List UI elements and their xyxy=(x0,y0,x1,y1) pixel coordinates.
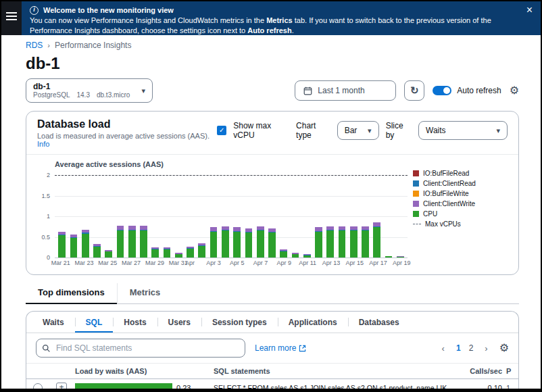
calendar-icon xyxy=(303,87,312,95)
chart-bar xyxy=(105,250,112,258)
color-swatch xyxy=(413,180,419,187)
chart-bar-slot[interactable] xyxy=(371,170,383,258)
legend-item: Client:ClientWrite xyxy=(413,200,508,207)
chart-bar-slot[interactable] xyxy=(383,170,394,258)
dimension-tab-users[interactable]: Users xyxy=(157,312,201,333)
auto-refresh-toggle[interactable] xyxy=(433,86,451,95)
breadcrumb-rds-link[interactable]: RDS xyxy=(26,41,43,50)
legend-item: Max vCPUs xyxy=(413,220,508,228)
chart-bar-slot[interactable] xyxy=(80,170,91,258)
dimension-tab-databases[interactable]: Databases xyxy=(348,312,410,333)
chart-bar-slot[interactable] xyxy=(91,170,103,258)
pagination-prev-icon[interactable]: ‹ xyxy=(439,342,448,355)
page-title: db-1 xyxy=(26,54,519,73)
chart-bar-slot[interactable] xyxy=(196,170,207,258)
tab-metrics[interactable]: Metrics xyxy=(117,283,173,303)
chart-bar-slot[interactable] xyxy=(184,170,196,258)
bar-segment xyxy=(245,232,253,258)
banner-description: You can now view Performance Insights an… xyxy=(30,16,514,35)
chart-bar-slot[interactable] xyxy=(126,170,138,258)
close-icon[interactable]: × xyxy=(526,5,533,16)
chart-bar xyxy=(151,247,159,258)
dimension-tab-hosts[interactable]: Hosts xyxy=(113,312,157,333)
chart-bar-slot[interactable] xyxy=(56,170,68,258)
chart-legend: IO:BufFileReadClient:ClientReadIO:BufFil… xyxy=(408,160,508,269)
tab-top-dimensions[interactable]: Top dimensions xyxy=(26,283,117,304)
chart-bar-slot[interactable] xyxy=(220,170,231,258)
show-max-vcpu-checkbox[interactable]: ✓ xyxy=(217,126,226,135)
chart-bar-slot[interactable] xyxy=(207,170,219,258)
settings-gear-icon[interactable]: ⚙ xyxy=(510,85,519,96)
load-bar xyxy=(75,383,172,392)
chart-bar-slot[interactable] xyxy=(324,170,336,258)
instance-name: db-1 xyxy=(33,82,130,91)
legend-label: Max vCPUs xyxy=(425,220,461,228)
legend-item: CPU xyxy=(413,210,508,218)
dimension-tab-sql[interactable]: SQL xyxy=(75,312,114,333)
sql-column-header: SQL statements xyxy=(214,367,463,375)
dimension-tab-session-types[interactable]: Session types xyxy=(201,312,278,333)
x-tick-label: Apr 3 xyxy=(206,260,221,266)
chart-bar-slot[interactable] xyxy=(336,170,347,258)
chart-bar xyxy=(128,226,136,258)
gridline xyxy=(55,258,408,258)
info-link[interactable]: Info xyxy=(37,140,49,148)
chart-bar-slot[interactable] xyxy=(149,170,161,258)
x-tick-label: Apr 11 xyxy=(299,260,316,266)
bar-segment xyxy=(58,235,66,258)
chart-bar-slot[interactable] xyxy=(266,170,278,258)
banner-title: Welcome to the new monitoring view xyxy=(43,5,174,15)
chart-bar xyxy=(315,227,322,258)
x-tick-label: Apr xyxy=(185,260,195,266)
chart-bar-slot[interactable] xyxy=(301,170,313,258)
chart-bar-slot[interactable] xyxy=(313,170,324,258)
x-tick-label: Apr 5 xyxy=(230,260,245,266)
slice-by-select[interactable]: Waits ▾ xyxy=(418,121,508,140)
bar-segment xyxy=(385,256,393,258)
bar-segment xyxy=(140,230,147,258)
pagination-page-2[interactable]: 2 xyxy=(465,342,478,354)
dimension-tab-applications[interactable]: Applications xyxy=(278,312,348,333)
bar-segment xyxy=(198,246,205,258)
table-preferences-gear-icon[interactable]: ⚙ xyxy=(499,343,509,353)
time-range-picker[interactable]: Last 1 month xyxy=(295,80,396,101)
expand-row-button[interactable]: + xyxy=(56,383,67,392)
database-load-title: Database load xyxy=(37,118,217,130)
chart-bar-slot[interactable] xyxy=(231,170,243,258)
chart-bar-slot[interactable] xyxy=(348,170,360,258)
sidebar-toggle[interactable] xyxy=(1,1,22,35)
chart-bar-slot[interactable] xyxy=(161,170,172,258)
pagination-next-icon[interactable]: › xyxy=(481,342,491,355)
chart-bar xyxy=(175,253,182,258)
chart-bar-slot[interactable] xyxy=(138,170,149,258)
main-content: RDS › Performance Insights db-1 db-1 Pos… xyxy=(1,35,541,392)
pagination: ‹ 12 › ⚙ xyxy=(439,342,509,355)
chart-bar-slot[interactable] xyxy=(278,170,289,258)
instance-selector[interactable]: db-1 PostgreSQL 14.3 db.t3.micro ▾ xyxy=(26,78,153,103)
chart-bar-slot[interactable] xyxy=(360,170,371,258)
refresh-button[interactable]: ↻ xyxy=(404,80,424,101)
chart-bar-slot[interactable] xyxy=(289,170,301,258)
chart-type-select[interactable]: Bar ▾ xyxy=(337,121,379,140)
search-input[interactable] xyxy=(55,343,239,353)
sql-statement[interactable]: SELECT * FROM sales AS s1 JOIN sales AS … xyxy=(214,384,463,392)
pagination-page-1[interactable]: 1 xyxy=(452,342,465,354)
chart-bar-slot[interactable] xyxy=(173,170,184,258)
bar-segment xyxy=(164,249,171,258)
dimension-tab-waits[interactable]: Waits xyxy=(32,312,75,333)
chart-bar-slot[interactable] xyxy=(114,170,126,258)
row-radio[interactable] xyxy=(33,383,43,392)
bar-segment xyxy=(362,230,369,258)
chart-bar-slot[interactable] xyxy=(395,170,406,258)
chart-bar-slot[interactable] xyxy=(243,170,254,258)
color-swatch xyxy=(413,211,419,217)
bar-segment xyxy=(117,230,124,258)
chart-bar-slot[interactable] xyxy=(255,170,266,258)
breadcrumb: RDS › Performance Insights xyxy=(26,41,519,50)
bar-segment xyxy=(233,232,241,258)
instance-meta: PostgreSQL 14.3 db.t3.micro xyxy=(33,91,130,99)
learn-more-link[interactable]: Learn more xyxy=(255,343,306,353)
page-numbers: 12 xyxy=(452,343,477,353)
chart-bar-slot[interactable] xyxy=(103,170,114,258)
chart-bar-slot[interactable] xyxy=(68,170,79,258)
